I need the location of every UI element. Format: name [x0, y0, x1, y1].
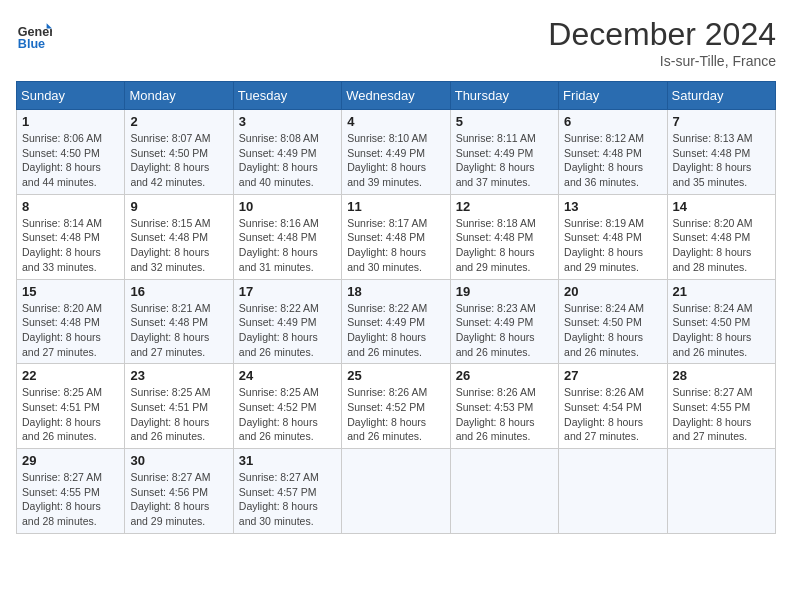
- day-number: 24: [239, 368, 336, 383]
- calendar-day-cell: 1Sunrise: 8:06 AMSunset: 4:50 PMDaylight…: [17, 110, 125, 195]
- title-area: December 2024 Is-sur-Tille, France: [548, 16, 776, 69]
- day-number: 8: [22, 199, 119, 214]
- page-header: General Blue December 2024 Is-sur-Tille,…: [16, 16, 776, 69]
- day-number: 13: [564, 199, 661, 214]
- calendar-day-cell: 6Sunrise: 8:12 AMSunset: 4:48 PMDaylight…: [559, 110, 667, 195]
- calendar-day-cell: 9Sunrise: 8:15 AMSunset: 4:48 PMDaylight…: [125, 194, 233, 279]
- day-info: Sunrise: 8:25 AMSunset: 4:52 PMDaylight:…: [239, 385, 336, 444]
- day-info: Sunrise: 8:26 AMSunset: 4:54 PMDaylight:…: [564, 385, 661, 444]
- day-info: Sunrise: 8:14 AMSunset: 4:48 PMDaylight:…: [22, 216, 119, 275]
- day-info: Sunrise: 8:27 AMSunset: 4:55 PMDaylight:…: [22, 470, 119, 529]
- day-info: Sunrise: 8:11 AMSunset: 4:49 PMDaylight:…: [456, 131, 553, 190]
- day-info: Sunrise: 8:25 AMSunset: 4:51 PMDaylight:…: [22, 385, 119, 444]
- day-info: Sunrise: 8:27 AMSunset: 4:56 PMDaylight:…: [130, 470, 227, 529]
- calendar-body: 1Sunrise: 8:06 AMSunset: 4:50 PMDaylight…: [17, 110, 776, 534]
- day-number: 21: [673, 284, 770, 299]
- calendar-day-cell: 25Sunrise: 8:26 AMSunset: 4:52 PMDayligh…: [342, 364, 450, 449]
- calendar-day-cell: 21Sunrise: 8:24 AMSunset: 4:50 PMDayligh…: [667, 279, 775, 364]
- calendar-day-cell: 8Sunrise: 8:14 AMSunset: 4:48 PMDaylight…: [17, 194, 125, 279]
- day-info: Sunrise: 8:22 AMSunset: 4:49 PMDaylight:…: [239, 301, 336, 360]
- calendar-day-cell: 12Sunrise: 8:18 AMSunset: 4:48 PMDayligh…: [450, 194, 558, 279]
- day-info: Sunrise: 8:16 AMSunset: 4:48 PMDaylight:…: [239, 216, 336, 275]
- calendar-day-cell: 29Sunrise: 8:27 AMSunset: 4:55 PMDayligh…: [17, 449, 125, 534]
- day-number: 7: [673, 114, 770, 129]
- calendar-day-cell: [342, 449, 450, 534]
- day-number: 20: [564, 284, 661, 299]
- calendar-day-cell: 17Sunrise: 8:22 AMSunset: 4:49 PMDayligh…: [233, 279, 341, 364]
- calendar-day-cell: 13Sunrise: 8:19 AMSunset: 4:48 PMDayligh…: [559, 194, 667, 279]
- day-info: Sunrise: 8:18 AMSunset: 4:48 PMDaylight:…: [456, 216, 553, 275]
- calendar-day-cell: 4Sunrise: 8:10 AMSunset: 4:49 PMDaylight…: [342, 110, 450, 195]
- calendar-day-cell: 16Sunrise: 8:21 AMSunset: 4:48 PMDayligh…: [125, 279, 233, 364]
- day-number: 11: [347, 199, 444, 214]
- day-number: 19: [456, 284, 553, 299]
- day-number: 31: [239, 453, 336, 468]
- calendar-day-cell: 7Sunrise: 8:13 AMSunset: 4:48 PMDaylight…: [667, 110, 775, 195]
- calendar-week-row: 15Sunrise: 8:20 AMSunset: 4:48 PMDayligh…: [17, 279, 776, 364]
- calendar-week-row: 8Sunrise: 8:14 AMSunset: 4:48 PMDaylight…: [17, 194, 776, 279]
- day-number: 5: [456, 114, 553, 129]
- calendar-day-cell: 10Sunrise: 8:16 AMSunset: 4:48 PMDayligh…: [233, 194, 341, 279]
- day-number: 22: [22, 368, 119, 383]
- day-info: Sunrise: 8:06 AMSunset: 4:50 PMDaylight:…: [22, 131, 119, 190]
- day-number: 12: [456, 199, 553, 214]
- calendar-day-cell: [559, 449, 667, 534]
- calendar-day-cell: 15Sunrise: 8:20 AMSunset: 4:48 PMDayligh…: [17, 279, 125, 364]
- day-number: 17: [239, 284, 336, 299]
- day-info: Sunrise: 8:08 AMSunset: 4:49 PMDaylight:…: [239, 131, 336, 190]
- day-number: 18: [347, 284, 444, 299]
- day-number: 16: [130, 284, 227, 299]
- day-of-week-header: Wednesday: [342, 82, 450, 110]
- day-of-week-header: Thursday: [450, 82, 558, 110]
- calendar-day-cell: 11Sunrise: 8:17 AMSunset: 4:48 PMDayligh…: [342, 194, 450, 279]
- calendar-day-cell: 3Sunrise: 8:08 AMSunset: 4:49 PMDaylight…: [233, 110, 341, 195]
- day-info: Sunrise: 8:07 AMSunset: 4:50 PMDaylight:…: [130, 131, 227, 190]
- day-info: Sunrise: 8:20 AMSunset: 4:48 PMDaylight:…: [22, 301, 119, 360]
- calendar-day-cell: 28Sunrise: 8:27 AMSunset: 4:55 PMDayligh…: [667, 364, 775, 449]
- calendar-day-cell: 22Sunrise: 8:25 AMSunset: 4:51 PMDayligh…: [17, 364, 125, 449]
- calendar-day-cell: 20Sunrise: 8:24 AMSunset: 4:50 PMDayligh…: [559, 279, 667, 364]
- calendar-day-cell: 19Sunrise: 8:23 AMSunset: 4:49 PMDayligh…: [450, 279, 558, 364]
- day-of-week-header: Monday: [125, 82, 233, 110]
- day-info: Sunrise: 8:24 AMSunset: 4:50 PMDaylight:…: [564, 301, 661, 360]
- day-number: 26: [456, 368, 553, 383]
- calendar-day-cell: 2Sunrise: 8:07 AMSunset: 4:50 PMDaylight…: [125, 110, 233, 195]
- calendar-day-cell: [450, 449, 558, 534]
- day-info: Sunrise: 8:21 AMSunset: 4:48 PMDaylight:…: [130, 301, 227, 360]
- day-number: 29: [22, 453, 119, 468]
- day-number: 23: [130, 368, 227, 383]
- logo-icon: General Blue: [16, 16, 52, 52]
- calendar-day-cell: 24Sunrise: 8:25 AMSunset: 4:52 PMDayligh…: [233, 364, 341, 449]
- day-number: 25: [347, 368, 444, 383]
- calendar-week-row: 29Sunrise: 8:27 AMSunset: 4:55 PMDayligh…: [17, 449, 776, 534]
- calendar-week-row: 22Sunrise: 8:25 AMSunset: 4:51 PMDayligh…: [17, 364, 776, 449]
- month-title: December 2024: [548, 16, 776, 53]
- day-number: 30: [130, 453, 227, 468]
- day-info: Sunrise: 8:22 AMSunset: 4:49 PMDaylight:…: [347, 301, 444, 360]
- day-info: Sunrise: 8:27 AMSunset: 4:57 PMDaylight:…: [239, 470, 336, 529]
- calendar-day-cell: [667, 449, 775, 534]
- calendar-day-cell: 14Sunrise: 8:20 AMSunset: 4:48 PMDayligh…: [667, 194, 775, 279]
- day-info: Sunrise: 8:24 AMSunset: 4:50 PMDaylight:…: [673, 301, 770, 360]
- calendar-table: SundayMondayTuesdayWednesdayThursdayFrid…: [16, 81, 776, 534]
- day-number: 4: [347, 114, 444, 129]
- svg-text:Blue: Blue: [18, 37, 45, 51]
- calendar-day-cell: 31Sunrise: 8:27 AMSunset: 4:57 PMDayligh…: [233, 449, 341, 534]
- day-number: 9: [130, 199, 227, 214]
- day-number: 28: [673, 368, 770, 383]
- day-number: 14: [673, 199, 770, 214]
- day-number: 27: [564, 368, 661, 383]
- day-info: Sunrise: 8:10 AMSunset: 4:49 PMDaylight:…: [347, 131, 444, 190]
- day-number: 6: [564, 114, 661, 129]
- logo: General Blue: [16, 16, 52, 52]
- calendar-day-cell: 23Sunrise: 8:25 AMSunset: 4:51 PMDayligh…: [125, 364, 233, 449]
- day-info: Sunrise: 8:25 AMSunset: 4:51 PMDaylight:…: [130, 385, 227, 444]
- day-info: Sunrise: 8:26 AMSunset: 4:53 PMDaylight:…: [456, 385, 553, 444]
- day-info: Sunrise: 8:15 AMSunset: 4:48 PMDaylight:…: [130, 216, 227, 275]
- day-number: 2: [130, 114, 227, 129]
- day-info: Sunrise: 8:19 AMSunset: 4:48 PMDaylight:…: [564, 216, 661, 275]
- calendar-day-cell: 26Sunrise: 8:26 AMSunset: 4:53 PMDayligh…: [450, 364, 558, 449]
- day-info: Sunrise: 8:26 AMSunset: 4:52 PMDaylight:…: [347, 385, 444, 444]
- day-info: Sunrise: 8:23 AMSunset: 4:49 PMDaylight:…: [456, 301, 553, 360]
- day-of-week-header: Sunday: [17, 82, 125, 110]
